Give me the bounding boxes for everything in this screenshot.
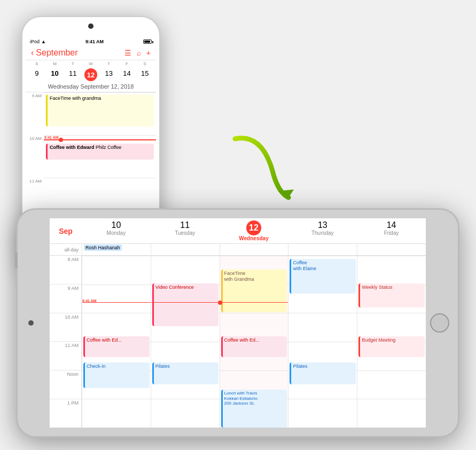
event-coffee-elaine-thu[interactable]: Coffeewith Elaine (290, 259, 356, 293)
thu-num: 13 (318, 220, 327, 230)
month-sep-label: Sep (50, 218, 82, 243)
now-dot (59, 138, 63, 142)
thu-name: Thursday (289, 230, 356, 236)
event-coffee-portrait[interactable]: Coffee with Edward Philz Coffee (46, 144, 154, 160)
now-line-tue (151, 302, 220, 303)
col-mon[interactable]: 10 Monday (82, 218, 151, 243)
date-10[interactable]: 10 (46, 68, 64, 81)
allday-tue (151, 244, 220, 255)
day-col-wed: FaceTimewith Grandma Coffee with Ed... L… (220, 256, 288, 428)
day-col-mon: 9:41 AM Coffee with Ed... Check-in (82, 256, 151, 428)
event-title: FaceTime with grandma (50, 96, 101, 101)
front-camera-icon (88, 23, 93, 29)
weekday-w: W (82, 61, 100, 66)
month-label: September (36, 48, 77, 58)
weekday-s2: S (136, 61, 154, 66)
date-13[interactable]: 13 (100, 68, 118, 81)
home-button-landscape[interactable] (430, 313, 449, 333)
time-label-8am-land: 8 AM (50, 256, 81, 284)
col-thu[interactable]: 13 Thursday (288, 218, 357, 243)
date-9[interactable]: 9 (28, 68, 46, 81)
day-col-fri-inner: Weekly Status Budget Meeting (357, 256, 426, 428)
weekday-f: F (118, 61, 136, 66)
arrow-container (230, 128, 315, 214)
wifi-icon: ▲ (41, 39, 46, 44)
date-12-today[interactable]: 12 (84, 68, 97, 81)
now-dot-wed (218, 301, 222, 305)
col-tue[interactable]: 11 Tuesday (151, 218, 220, 243)
weekdays-header: S M T W T F S (26, 60, 156, 67)
event-facetime-wed[interactable]: FaceTimewith Grandma (221, 270, 287, 313)
time-label-9am: 9 AM (26, 92, 44, 98)
date-15[interactable]: 15 (136, 68, 154, 81)
mon-name: Monday (83, 230, 150, 236)
weekday-m: M (46, 61, 64, 66)
status-time: 9:41 AM (85, 39, 104, 44)
event-videoconf-tue[interactable]: Video Conference (152, 283, 219, 327)
landscape-screen: Sep 10 Monday 11 Tuesday 12 Wednesday 13… (50, 218, 426, 428)
time-label-9am-land: 9 AM (50, 284, 81, 313)
day-col-tue-inner: Video Conference Pilates (151, 256, 220, 428)
event-pilates-thu[interactable]: Pilates (290, 362, 356, 385)
weekday-s1: S (28, 61, 46, 66)
col-fri[interactable]: 14 Friday (357, 218, 426, 243)
weekday-t2: T (100, 61, 118, 66)
wed-num-today: 12 (246, 220, 261, 235)
status-left: iPod ▲ (30, 39, 46, 44)
date-11[interactable]: 11 (64, 68, 82, 81)
calendar-header: ‹ September ☰ ⌕ + (26, 46, 156, 60)
event-coffee-ed-mon[interactable]: Coffee with Ed... (83, 336, 150, 357)
battery-icon (143, 40, 152, 44)
selected-date-label: Wednesday September 12, 2018 (26, 82, 156, 92)
day-col-wed-inner: FaceTimewith Grandma Coffee with Ed... L… (220, 256, 288, 428)
allday-row: all-day Rosh Hashanah (50, 244, 426, 256)
camera-land-icon (28, 320, 34, 326)
now-time-label: 9:41 AM (44, 136, 59, 139)
allday-label: all-day (50, 244, 82, 255)
side-button[interactable] (15, 252, 18, 269)
event-facetime-portrait[interactable]: FaceTime with grandma (46, 94, 154, 127)
fri-name: Friday (358, 230, 425, 236)
allday-wed (220, 244, 288, 255)
day-col-thu: Coffeewith Elaine Pilates (288, 256, 357, 428)
weekday-t1: T (64, 61, 82, 66)
now-line-portrait: 9:41 AM (44, 139, 156, 140)
time-label-10am: 10 AM (26, 135, 44, 141)
search-icon[interactable]: ⌕ (137, 49, 141, 57)
event-coffee-ed-wed[interactable]: Coffee with Ed... (221, 336, 287, 357)
time-label-11am-land: 11 AM (50, 341, 81, 370)
date-14[interactable]: 14 (118, 68, 136, 81)
time-row-11am: 11 AM (26, 178, 156, 188)
event-pilates-tue[interactable]: Pilates (152, 362, 219, 385)
back-chevron-icon[interactable]: ‹ (31, 48, 34, 58)
time-labels-col: 8 AM 9 AM 10 AM 11 AM Noon 1 PM (50, 256, 82, 428)
time-grid-landscape: 8 AM 9 AM 10 AM 11 AM Noon 1 PM (50, 256, 426, 428)
time-label-10am-land: 10 AM (50, 313, 81, 342)
allday-fri (357, 244, 426, 255)
now-line-mon: 9:41 AM (82, 302, 151, 303)
wed-name: Wednesday (221, 235, 287, 241)
week-dates: 9 10 11 12 13 14 15 (26, 67, 156, 82)
tue-name: Tuesday (152, 230, 219, 236)
device-landscape: Sep 10 Monday 11 Tuesday 12 Wednesday 13… (16, 208, 459, 438)
event-lunch-travis-wed[interactable]: Lunch with TravisKokkari Estiatorio200 J… (221, 390, 287, 428)
time-label-noon-land: Noon (50, 370, 81, 399)
add-icon[interactable]: + (146, 49, 151, 57)
arrow-svg (230, 128, 315, 214)
allday-mon: Rosh Hashanah (82, 244, 151, 255)
event-budget-meeting-fri[interactable]: Budget Meeting (358, 336, 425, 357)
mon-num: 10 (112, 220, 121, 230)
tue-num: 11 (180, 220, 190, 230)
list-icon[interactable]: ☰ (124, 49, 131, 57)
month-nav[interactable]: ‹ September (31, 48, 78, 58)
col-wed[interactable]: 12 Wednesday (220, 218, 288, 243)
event-checkin-mon[interactable]: Check-in (83, 362, 150, 388)
header-icons: ☰ ⌕ + (124, 49, 151, 57)
now-time-mon: 9:41 AM (82, 299, 97, 303)
now-line-wed (220, 302, 288, 303)
day-col-thu-inner: Coffeewith Elaine Pilates (288, 256, 357, 428)
allday-event-rosh[interactable]: Rosh Hashanah (84, 244, 122, 251)
ipod-label: iPod (30, 39, 40, 44)
day-col-tue: Video Conference Pilates (151, 256, 220, 428)
event-weekly-status-fri[interactable]: Weekly Status (358, 283, 425, 307)
